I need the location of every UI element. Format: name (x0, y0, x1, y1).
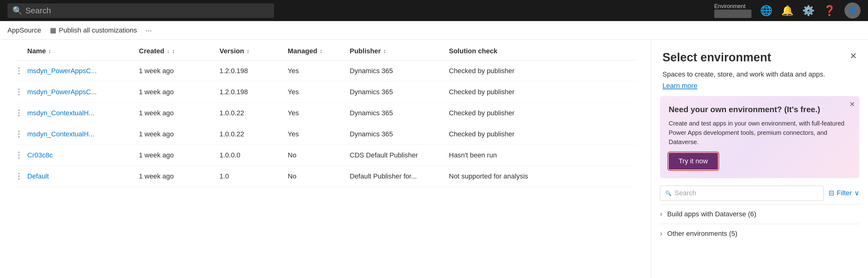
learn-more-link[interactable]: Learn more (651, 82, 868, 96)
row-version-cell: 1.2.0.198 (219, 67, 288, 75)
try-it-now-button[interactable]: Try it now (669, 153, 718, 169)
row-name-cell[interactable]: msdyn_ContextualH... (27, 130, 139, 138)
group-chevron-icon: › (660, 210, 662, 218)
version-header-label: Version (219, 47, 244, 55)
filter-chevron-icon: ∨ (855, 189, 859, 197)
promo-close-button[interactable]: ✕ (849, 100, 855, 109)
publisher-sort-icon: ↕ (383, 48, 386, 55)
created-sort-icon2: ↕ (172, 48, 175, 55)
row-publisher-cell: Dynamics 365 (350, 67, 449, 75)
filter-icon: ⊟ (829, 189, 834, 197)
appsource-nav-item[interactable]: AppSource (7, 26, 41, 34)
table-body: ⋮ msdyn_PowerAppsC... 1 week ago 1.2.0.1… (15, 60, 636, 187)
row-context-menu-btn[interactable]: ⋮ (15, 87, 27, 97)
row-managed-cell: Yes (288, 88, 350, 96)
row-name-cell[interactable]: msdyn_PowerAppsC... (27, 88, 139, 96)
row-context-menu-btn[interactable]: ⋮ (15, 150, 27, 160)
row-version-cell: 1.2.0.198 (219, 88, 288, 96)
row-solution-cell: Checked by publisher (449, 109, 636, 117)
col-managed-header[interactable]: Managed ↕ (288, 47, 350, 55)
nav-right-area: Environment 🌐 🔔 ⚙️ ❓ 👤 (714, 2, 861, 19)
global-search-input[interactable] (25, 6, 269, 16)
solution-header-label: Solution check (449, 47, 497, 55)
row-managed-cell: Yes (288, 109, 350, 117)
appsource-label: AppSource (7, 26, 41, 34)
environment-selector[interactable]: Environment (714, 3, 751, 18)
row-managed-cell: No (288, 172, 350, 180)
panel-header: Select environment ✕ (651, 40, 868, 69)
table-row: ⋮ msdyn_ContextualH... 1 week ago 1.0.0.… (15, 124, 636, 145)
col-version-header[interactable]: Version ↕ (219, 47, 288, 55)
row-version-cell: 1.0.0.22 (219, 109, 288, 117)
panel-subtitle: Spaces to create, store, and work with d… (651, 69, 868, 82)
row-name-cell[interactable]: msdyn_PowerAppsC... (27, 67, 139, 75)
managed-sort-icon: ↕ (320, 48, 322, 55)
row-created-cell: 1 week ago (139, 88, 219, 96)
publish-icon: ▦ (50, 26, 56, 34)
panel-search-input[interactable] (675, 189, 818, 197)
env-group-other-envs[interactable]: › Other environments (5) (660, 224, 859, 243)
created-sort-icon: ↓ (167, 48, 169, 55)
row-version-cell: 1.0 (219, 172, 288, 180)
table-header-row: Name ↕ Created ↓ ↕ Version ↕ Managed ↕ P… (15, 40, 636, 60)
row-context-menu-btn[interactable]: ⋮ (15, 129, 27, 139)
row-solution-cell: Hasn't been run (449, 151, 636, 159)
managed-header-label: Managed (288, 47, 317, 55)
row-context-menu-btn[interactable]: ⋮ (15, 66, 27, 75)
user-avatar[interactable]: 👤 (844, 2, 861, 19)
more-options-nav[interactable]: ··· (146, 26, 152, 35)
top-navigation: 🔍 Environment 🌐 🔔 ⚙️ ❓ 👤 (0, 0, 868, 21)
environment-groups: › Build apps with Dataverse (6) › Other … (651, 204, 868, 243)
row-name-cell[interactable]: msdyn_ContextualH... (27, 109, 139, 117)
panel-search-container[interactable]: 🔍 (660, 186, 824, 200)
promo-description: Create and test apps in your own environ… (669, 119, 850, 147)
publisher-header-label: Publisher (350, 47, 381, 55)
created-header-label: Created (139, 47, 164, 55)
col-name-header[interactable]: Name ↕ (27, 47, 139, 55)
panel-close-button[interactable]: ✕ (850, 51, 857, 61)
env-group-build-apps[interactable]: › Build apps with Dataverse (6) (660, 204, 859, 224)
publish-customizations-nav-item[interactable]: ▦ Publish all customizations (50, 26, 137, 34)
row-version-cell: 1.0.0.0 (219, 151, 288, 159)
row-publisher-cell: Default Publisher for... (350, 172, 449, 180)
publish-label: Publish all customizations (59, 26, 137, 34)
table-row: ⋮ msdyn_ContextualH... 1 week ago 1.0.0.… (15, 102, 636, 124)
row-managed-cell: Yes (288, 130, 350, 138)
settings-icon[interactable]: ⚙️ (802, 5, 815, 17)
row-solution-cell: Checked by publisher (449, 130, 636, 138)
row-context-menu-btn[interactable]: ⋮ (15, 108, 27, 118)
notification-icon[interactable]: 🔔 (781, 5, 794, 17)
global-search-bar[interactable]: 🔍 (7, 3, 274, 18)
help-icon[interactable]: ❓ (824, 5, 836, 17)
name-header-label: Name (27, 47, 46, 55)
environment-value (714, 10, 751, 18)
group-label: Build apps with Dataverse (6) (667, 210, 756, 218)
promo-title: Need your own environment? (It's free.) (669, 105, 850, 114)
row-created-cell: 1 week ago (139, 67, 219, 75)
row-publisher-cell: CDS Default Publisher (350, 151, 449, 159)
row-name-cell[interactable]: Default (27, 172, 139, 180)
sub-navigation: AppSource ▦ Publish all customizations ·… (0, 21, 868, 40)
group-chevron-icon: › (660, 230, 662, 238)
col-publisher-header[interactable]: Publisher ↕ (350, 47, 449, 55)
panel-search-icon: 🔍 (665, 190, 672, 196)
globe-icon[interactable]: 🌐 (760, 5, 773, 17)
row-version-cell: 1.0.0.22 (219, 130, 288, 138)
panel-search-row: 🔍 ⊟ Filter ∨ (651, 186, 868, 204)
filter-label: Filter (837, 189, 852, 197)
table-row: ⋮ msdyn_PowerAppsC... 1 week ago 1.2.0.1… (15, 82, 636, 102)
select-environment-panel: Select environment ✕ Spaces to create, s… (651, 40, 868, 278)
col-created-header[interactable]: Created ↓ ↕ (139, 47, 219, 55)
row-publisher-cell: Dynamics 365 (350, 109, 449, 117)
row-name-cell[interactable]: Cr03c8c (27, 151, 139, 159)
table-row: ⋮ msdyn_PowerAppsC... 1 week ago 1.2.0.1… (15, 60, 636, 82)
panel-title: Select environment (662, 51, 771, 64)
filter-button[interactable]: ⊟ Filter ∨ (829, 189, 859, 197)
row-context-menu-btn[interactable]: ⋮ (15, 172, 27, 181)
row-solution-cell: Checked by publisher (449, 88, 636, 96)
row-publisher-cell: Dynamics 365 (350, 130, 449, 138)
row-created-cell: 1 week ago (139, 109, 219, 117)
row-solution-cell: Checked by publisher (449, 67, 636, 75)
name-sort-icon: ↕ (49, 48, 51, 55)
group-label: Other environments (5) (667, 230, 737, 238)
